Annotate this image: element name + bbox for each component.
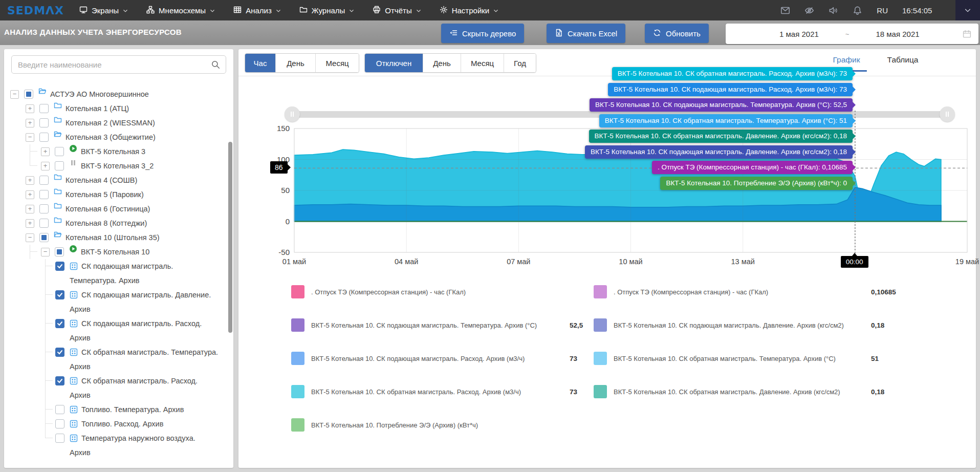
legend-swatch[interactable] xyxy=(291,285,304,298)
tree-expander[interactable]: + xyxy=(26,176,34,185)
refresh-button[interactable]: Обновить xyxy=(645,24,709,43)
tree-expander[interactable]: − xyxy=(41,248,50,256)
tree-item-label[interactable]: Котельная 10 (Штольня 35) xyxy=(66,230,160,245)
tree-item-label[interactable]: СК подающая магистраль. Температура. Арх… xyxy=(70,259,223,288)
tree-checkbox[interactable] xyxy=(55,376,64,385)
tree-item-label[interactable]: Котельная 3 (Общежитие) xyxy=(66,130,156,144)
period-tab-1[interactable]: Час xyxy=(245,54,276,72)
legend-swatch[interactable] xyxy=(291,352,304,365)
tree-item-label[interactable]: АСТУЭ АО Многовершинное xyxy=(50,87,149,101)
mode-tab-3[interactable]: Месяц xyxy=(461,54,504,72)
tree-checkbox[interactable] xyxy=(55,434,64,443)
tree-item-label[interactable]: Котельная 2 (WIESSMAN) xyxy=(66,116,155,130)
tree-checkbox[interactable] xyxy=(24,90,33,99)
legend-swatch[interactable] xyxy=(291,385,304,398)
view-tab-2[interactable]: Таблица xyxy=(878,55,927,72)
hide-tree-button[interactable]: Скрыть дерево xyxy=(441,24,524,43)
tree-item-label[interactable]: Котельная 8 (Коттеджи) xyxy=(66,216,147,230)
tree-checkbox[interactable] xyxy=(55,419,64,428)
legend-swatch[interactable] xyxy=(594,385,607,398)
mode-tab-4[interactable]: Год xyxy=(504,54,536,72)
tree-item-label[interactable]: СК обратная магистраль. Температура. Арх… xyxy=(70,345,223,374)
tree-checkbox[interactable] xyxy=(55,405,64,414)
tree-expander[interactable]: + xyxy=(41,147,50,156)
menu-sitemap[interactable]: Мнемосхемы xyxy=(146,6,215,15)
legend-label: ВКТ-5 Котельная 10. СК обратная магистра… xyxy=(311,388,521,396)
date-range-picker[interactable]: 1 мая 2021 ~ 18 мая 2021 xyxy=(726,24,978,44)
tree-item-label[interactable]: ВКТ-5 Котельная 10 xyxy=(81,245,149,259)
tree-expander[interactable]: + xyxy=(41,162,50,170)
legend-swatch[interactable] xyxy=(594,352,607,365)
tree-item-label[interactable]: СК подающая магистраль. Давление. Архив xyxy=(70,288,223,316)
legend-value: 73 xyxy=(570,388,577,396)
tree-scrollbar[interactable] xyxy=(228,142,232,333)
tree-expander[interactable]: + xyxy=(26,205,34,213)
tree-item-label[interactable]: ВКТ-5 Котельная 3 xyxy=(81,144,145,159)
legend-swatch[interactable] xyxy=(594,285,607,298)
tree-checkbox[interactable] xyxy=(39,190,49,199)
date-end[interactable]: 18 мая 2021 xyxy=(876,30,919,38)
menu-grid[interactable]: Анализ xyxy=(233,6,281,15)
tree-checkbox[interactable] xyxy=(39,219,49,228)
legend-swatch[interactable] xyxy=(291,318,304,332)
tree-checkbox[interactable] xyxy=(55,262,64,271)
cursor-x-badge: 00:00 xyxy=(841,256,868,268)
mode-tab-2[interactable]: День xyxy=(423,54,461,72)
menu-folder[interactable]: Журналы xyxy=(299,6,355,15)
tree-checkbox[interactable] xyxy=(39,176,49,185)
tree-checkbox[interactable] xyxy=(55,348,64,357)
zoom-slider-handle-left[interactable] xyxy=(285,106,300,122)
tree-item-label[interactable]: Котельная 6 (Гостиница) xyxy=(66,202,150,216)
tree-checkbox[interactable] xyxy=(39,118,49,127)
tree-expander[interactable]: + xyxy=(26,190,34,199)
tree-checkbox[interactable] xyxy=(39,233,49,242)
tree-item-label[interactable]: ВКТ-5 Котельная 3_2 xyxy=(81,159,154,173)
tree-expander[interactable]: + xyxy=(26,104,34,113)
tree-expander[interactable]: − xyxy=(26,133,34,142)
mode-tab-1[interactable]: Отключен xyxy=(365,54,423,72)
legend-label: ВКТ-5 Котельная 10. СК обратная магистра… xyxy=(614,355,836,362)
tree-checkbox[interactable] xyxy=(39,204,49,213)
search-icon[interactable] xyxy=(211,60,220,71)
menu-printer[interactable]: Отчёты xyxy=(373,6,421,15)
tree-expander[interactable]: + xyxy=(26,219,34,228)
tree-item-label[interactable]: Топливо. Расход. Архив xyxy=(70,417,223,431)
period-tab-2[interactable]: День xyxy=(276,54,316,72)
tree-checkbox[interactable] xyxy=(55,147,64,156)
tree-checkbox[interactable] xyxy=(55,247,64,256)
tree-item-label[interactable]: Котельная 1 (АТЦ) xyxy=(66,101,129,116)
tree-checkbox[interactable] xyxy=(55,290,64,299)
bell-icon[interactable] xyxy=(853,6,862,15)
period-tab-3[interactable]: Месяц xyxy=(316,54,359,72)
legend-swatch[interactable] xyxy=(594,318,607,332)
eye-off-icon[interactable] xyxy=(804,6,814,15)
tree-item-label[interactable]: СК обратная магистраль. Расход. Архив xyxy=(70,374,223,402)
calendar-icon[interactable] xyxy=(963,30,971,38)
legend-label: ВКТ-5 Котельная 10. СК подающая магистра… xyxy=(311,321,537,329)
tree-expander[interactable]: + xyxy=(26,119,34,127)
tree-checkbox[interactable] xyxy=(55,161,64,170)
menu-monitor[interactable]: Экраны xyxy=(79,6,128,15)
tree-expander[interactable]: − xyxy=(26,233,34,242)
tree-item-label[interactable]: СК подающая магистраль. Расход. Архив xyxy=(70,316,223,345)
tree-checkbox[interactable] xyxy=(55,319,64,328)
search-input[interactable] xyxy=(11,55,226,74)
user-menu-toggle[interactable] xyxy=(955,0,980,20)
tree-checkbox[interactable] xyxy=(39,104,49,113)
mail-icon[interactable] xyxy=(780,6,790,15)
menu-gear[interactable]: Настройки xyxy=(440,6,499,15)
menu-label: Мнемосхемы xyxy=(159,6,206,15)
date-start[interactable]: 1 мая 2021 xyxy=(779,30,819,38)
tree-checkbox[interactable] xyxy=(39,133,49,142)
menu-label: Анализ xyxy=(246,6,272,15)
language-selector[interactable]: RU xyxy=(877,6,888,15)
tree-item-label[interactable]: Котельная 4 (СОШВ) xyxy=(66,173,137,187)
legend-swatch[interactable] xyxy=(291,418,304,432)
tree-item-label[interactable]: Топливо. Температура. Архив xyxy=(70,402,223,417)
volume-icon[interactable] xyxy=(829,6,838,15)
zoom-slider-handle-right[interactable] xyxy=(940,106,955,122)
tree-item-label[interactable]: Котельная 5 (Паровик) xyxy=(66,187,144,202)
excel-button[interactable]: Скачать Excel xyxy=(547,24,625,43)
tree-item-label[interactable]: Температура наружного воздуха. Архив xyxy=(70,431,223,460)
tree-expander[interactable]: − xyxy=(10,90,19,99)
